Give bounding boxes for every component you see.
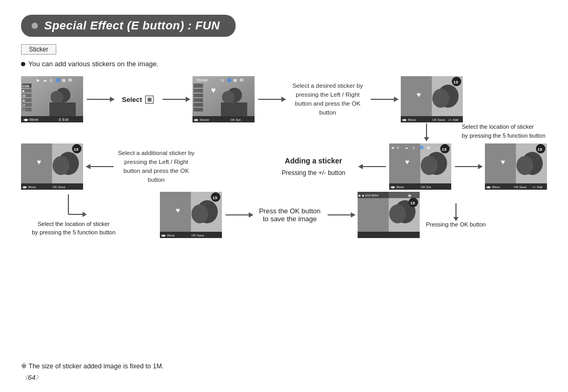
svg-marker-87 [358,164,363,169]
screen-4: ♥ 19 ◀▶ Move OK Save [21,143,83,190]
desc-row2-left-text: Select a additional sticker by pressing … [117,149,196,185]
svg-text:☯: ☯ [23,99,25,102]
svg-rect-46 [194,98,203,102]
footer: ※ The size of sticker added image is fix… [21,362,547,383]
arrow-right-5 [452,161,484,172]
svg-text:🖼: 🖼 [240,78,244,82]
svg-point-93 [421,156,438,175]
screen4-svg: ♥ 19 ◀▶ Move OK Save [21,143,83,190]
svg-text:◎: ◎ [49,78,53,82]
desc-bot-left: Select the location of stickerby pressin… [32,220,116,237]
svg-point-77 [53,156,69,175]
svg-text:OK Save: OK Save [514,185,527,189]
svg-text:19: 19 [537,147,542,152]
svg-text:♥: ♥ [211,86,216,95]
screen-1: ▶ ☁ ◎ 🌀 ▦ 🖼 FUN ■ ▤ ☯ M ◻ [21,76,83,122]
arrow-left-2 [357,161,388,172]
select-label: Select ⊞ [122,96,154,104]
bullet-text: You can add various stickers on the imag… [21,60,547,68]
svg-text:◀▶ Move: ◀▶ Move [402,118,416,121]
svg-text:+/- Add: +/- Add [532,185,542,189]
svg-text:🌀: 🌀 [56,78,60,82]
svg-text:19: 19 [212,195,217,200]
select-area: Select ⊞ [117,96,159,104]
row1-desc-right: Select the location of stickerby pressin… [21,122,547,141]
svg-text:◻: ◻ [23,108,25,111]
svg-text:OK Set: OK Set [421,185,431,189]
svg-text:◎: ◎ [221,78,224,82]
adding-area: Adding a sticker Pressing the +/- button [271,157,356,177]
svg-point-4 [50,91,63,104]
svg-text:♥: ♥ [37,158,41,166]
pressing-label: Pressing the +/- button [281,169,345,177]
row1: ▶ ☁ ◎ 🌀 ▦ 🖼 FUN ■ ▤ ☯ M ◻ [21,76,547,122]
svg-marker-85 [86,164,90,169]
svg-point-35 [222,91,235,104]
screen-8: ▶ ■ 100-0054 ▦ 19 [358,192,420,238]
select-text: Select [122,96,142,104]
svg-text:◀▶ Move: ◀▶ Move [486,185,500,189]
svg-text:OK Set: OK Set [230,118,241,121]
page: Special Effect (E button) : FUN Sticker … [0,0,568,249]
screen-6: ♥ 19 ◀▶ Move OK Save +/- Add [485,143,547,190]
arrow-bot-right [223,210,255,220]
desc-row2-left: Select a additional sticker by pressing … [117,149,196,185]
svg-marker-28 [110,97,115,102]
svg-text:◎: ◎ [412,146,415,149]
svg-text:19: 19 [74,147,78,152]
select-icon: ⊞ [145,96,154,104]
svg-point-130 [191,204,208,223]
screen-7: ♥ 19 ◀▶ Move OK Save [160,192,222,238]
svg-marker-55 [394,97,399,102]
svg-text:▦: ▦ [234,78,237,82]
svg-marker-124 [83,212,87,217]
arrow-2 [160,94,191,105]
svg-rect-47 [194,103,203,107]
arrow-3 [256,94,287,105]
desc-right-1-text: Select the location of stickerby pressin… [462,123,545,139]
svg-text:E: E [397,146,399,149]
svg-marker-108 [478,164,483,169]
svg-rect-44 [194,89,203,92]
screen6-svg: ♥ 19 ◀▶ Move OK Save +/- Add [485,143,547,190]
arrow-4 [368,94,400,105]
svg-text:Sticker: Sticker [197,78,208,82]
bullet-dot [21,62,25,66]
svg-text:◀▶ Move: ◀▶ Move [23,118,38,121]
down-loc-area: Select the location of stickerby pressin… [21,193,126,237]
svg-text:🖼: 🖼 [68,78,72,82]
svg-text:☁: ☁ [405,146,408,149]
screen5-svg: ♥ 19 ◀ E ☁ ◎ 🌀 ▦ ..... ◀▶ Move OK Set [389,143,451,190]
svg-text:FUN: FUN [23,85,29,88]
row3: Select the location of stickerby pressin… [21,192,547,238]
screen-3: ♥ 19 ◀▶ Move OK Save +/- Add [401,76,463,122]
bullet-content: You can add various stickers on the imag… [28,60,158,68]
svg-marker-140 [351,212,356,218]
svg-text:♥: ♥ [176,206,180,214]
screen-2: ♥ Sticker ◎ 🌀 ▦ 🖼 ◀▶ Sticker OK Set [192,76,255,122]
svg-text:.....: ..... [434,146,439,149]
svg-text:E Exit: E Exit [59,118,68,121]
svg-text:◀▶ Move: ◀▶ Move [161,234,175,237]
svg-rect-152 [358,232,420,238]
svg-marker-154 [453,217,459,221]
svg-text:M: M [23,104,25,107]
svg-text:▤: ▤ [23,94,26,97]
svg-text:♥: ♥ [405,158,409,166]
svg-rect-45 [194,94,203,97]
svg-marker-53 [281,97,286,102]
arrow-1 [84,94,116,105]
footnote-text: ※ The size of sticker added image is fix… [21,362,547,370]
desc-row1-text: Select a desired sticker by pressing the… [288,81,367,118]
svg-text:OK Save: OK Save [191,234,205,237]
svg-marker-30 [186,97,190,102]
title-bar: Special Effect (E button) : FUN [21,15,236,37]
svg-text:🌀: 🌀 [227,78,232,82]
svg-text:🌀: 🌀 [420,146,424,150]
svg-marker-138 [249,212,253,218]
screen2-svg: ♥ Sticker ◎ 🌀 ▦ 🖼 ◀▶ Sticker OK Set [192,76,255,122]
svg-text:▦: ▦ [427,146,430,149]
title-dot [32,23,38,29]
screen-5: ♥ 19 ◀ E ☁ ◎ 🌀 ▦ ..... ◀▶ Move OK Set [389,143,451,190]
svg-text:OK Save: OK Save [53,185,66,189]
